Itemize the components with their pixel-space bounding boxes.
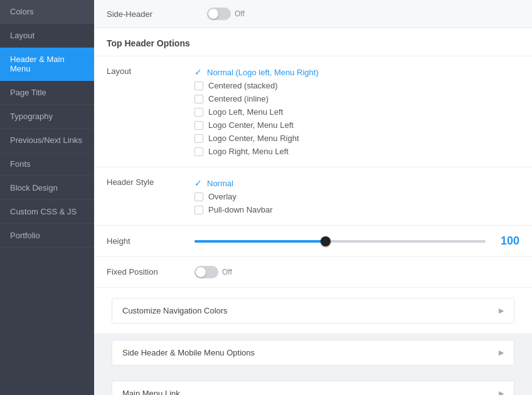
header-style-option-2[interactable]: Pull-down Navbar [194,203,519,216]
header-style-option-0[interactable]: ✓ Normal [194,176,519,190]
height-label: Height [107,236,194,246]
layout-option-1[interactable]: Centered (stacked) [194,79,519,92]
sidebar-item-block-design[interactable]: Block Design [0,176,94,200]
main-menu-link-wrap: Main Menu Link ▶ [94,381,532,395]
header-style-row: Header Style ✓ Normal Overlay Pull-down … [94,167,532,226]
header-style-options: ✓ Normal Overlay Pull-down Navbar [194,176,519,216]
layout-option-3[interactable]: Logo Left, Menu Left [194,105,519,118]
sidebar-item-page-title[interactable]: Page Title [0,81,94,105]
header-style-option-1[interactable]: Overlay [194,190,519,203]
sidebar-item-layout[interactable]: Layout [0,24,94,48]
radio-box-6 [194,147,203,156]
sidebar-item-custom-css-js[interactable]: Custom CSS & JS [0,200,94,224]
side-header-mobile-section: Side Header & Mobile Menu Options ▶ [112,340,514,366]
fixed-position-toggle[interactable] [194,266,218,278]
fixed-position-toggle-label: Off [222,268,232,276]
side-header-row: Side-Header Off [94,0,532,28]
main-content: Side-Header Off Top Header Options Layou… [94,0,532,395]
fixed-position-toggle-wrap: Off [194,266,232,278]
customize-nav-wrap: Customize Navigation Colors ▶ [94,288,532,334]
checkmark-icon-style-0: ✓ [194,178,202,188]
sidebar-item-fonts[interactable]: Fonts [0,152,94,176]
layout-options: ✓ Normal (Logo left, Menu Right) Centere… [194,65,519,158]
height-slider-track [194,240,486,243]
sidebar-item-typography[interactable]: Typography [0,105,94,129]
top-header-section: Top Header Options Layout ✓ Normal (Logo… [94,28,532,334]
height-slider-fill [194,240,326,243]
sidebar-item-portfolio[interactable]: Portfolio [0,224,94,248]
side-header-toggle[interactable] [207,8,231,20]
side-header-label: Side-Header [107,9,207,19]
layout-options-row: Layout ✓ Normal (Logo left, Menu Right) … [94,56,532,167]
side-header-toggle-wrap: Off [207,8,245,20]
layout-option-4[interactable]: Logo Center, Menu Left [194,118,519,132]
radio-box-3 [194,108,203,117]
radio-box-1 [194,82,203,90]
layout-option-5[interactable]: Logo Center, Menu Right [194,132,519,145]
sidebar-item-header-main-menu[interactable]: Header & Main Menu [0,48,94,81]
fixed-position-row: Fixed Position Off [94,257,532,288]
chevron-right-icon: ▶ [499,307,504,315]
chevron-right-icon-3: ▶ [499,389,504,395]
chevron-right-icon-2: ▶ [499,349,504,357]
layout-option-2[interactable]: Centered (inline) [194,92,519,105]
radio-box-style-1 [194,192,203,201]
side-header-mobile-wrap: Side Header & Mobile Menu Options ▶ [94,340,532,376]
sidebar: Colors Layout Header & Main Menu Page Ti… [0,0,94,395]
radio-box-style-2 [194,206,203,214]
radio-box-2 [194,95,203,103]
radio-box-4 [194,121,203,130]
radio-box-5 [194,134,203,143]
checkmark-icon-0: ✓ [194,67,202,77]
customize-nav-section: Customize Navigation Colors ▶ [112,298,514,324]
side-header-toggle-label: Off [235,9,245,18]
header-style-label: Header Style [107,176,194,187]
main-menu-link-section: Main Menu Link ▶ [112,381,514,395]
main-menu-link-header[interactable]: Main Menu Link ▶ [112,381,514,395]
height-slider-thumb[interactable] [321,236,331,246]
height-row: Height 100 [94,226,532,257]
fixed-position-label: Fixed Position [107,266,194,276]
height-slider-wrap: 100 [194,234,519,248]
sidebar-item-colors[interactable]: Colors [0,0,94,24]
layout-option-6[interactable]: Logo Right, Menu Left [194,145,519,158]
sidebar-item-prev-next-links[interactable]: Previous/Next Links [0,129,94,152]
height-value: 100 [494,234,519,248]
layout-label: Layout [107,65,194,76]
side-header-mobile-header[interactable]: Side Header & Mobile Menu Options ▶ [112,340,514,365]
layout-option-0[interactable]: ✓ Normal (Logo left, Menu Right) [194,65,519,79]
top-header-heading: Top Header Options [94,28,532,56]
customize-nav-header[interactable]: Customize Navigation Colors ▶ [112,298,514,323]
